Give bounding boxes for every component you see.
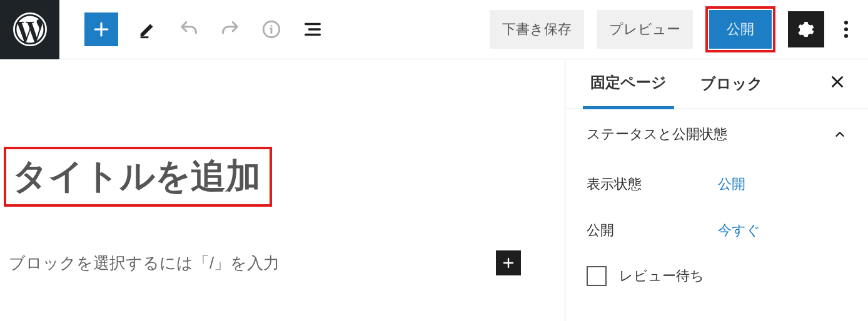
plus-icon: [91, 19, 112, 40]
add-block-toolbar-button[interactable]: [84, 12, 118, 46]
post-title-input[interactable]: タイトルを追加: [13, 153, 261, 200]
panel-status-body: 表示状態 公開 公開 今すぐ レビュー待ち: [565, 157, 868, 311]
block-placeholder-text[interactable]: ブロックを選択するには「/」を入力: [9, 252, 496, 274]
list-icon: [302, 19, 323, 40]
pending-review-row: レビュー待ち: [587, 254, 847, 299]
close-icon: [829, 74, 845, 90]
outline-button[interactable]: [301, 17, 325, 41]
publish-button-highlight: 公開: [705, 6, 775, 52]
publish-button[interactable]: 公開: [709, 10, 772, 49]
publish-label: 公開: [587, 221, 718, 240]
visibility-label: 表示状態: [587, 175, 718, 194]
kebab-icon: [844, 19, 849, 39]
visibility-row: 表示状態 公開: [587, 161, 847, 207]
preview-button[interactable]: プレビュー: [597, 10, 693, 49]
publish-row: 公開 今すぐ: [587, 207, 847, 254]
svg-point-4: [844, 34, 848, 38]
wordpress-logo[interactable]: [0, 0, 59, 59]
title-highlight: タイトルを追加: [4, 147, 272, 207]
add-block-inline-button[interactable]: [496, 250, 521, 275]
editor-canvas: タイトルを追加 ブロックを選択するには「/」を入力: [0, 59, 565, 321]
pending-review-label: レビュー待ち: [619, 267, 704, 285]
redo-icon: [220, 19, 241, 40]
pending-review-checkbox[interactable]: [587, 266, 607, 286]
top-toolbar: 下書き保存 プレビュー 公開: [0, 0, 868, 59]
panel-status-header[interactable]: ステータスと公開状態: [565, 108, 868, 157]
gear-icon: [796, 19, 816, 39]
toolbar-left-group: [59, 12, 325, 46]
pencil-icon: [137, 19, 158, 40]
plus-icon: [501, 255, 516, 270]
sidebar-tabs: 固定ページ ブロック: [565, 59, 868, 108]
save-draft-button[interactable]: 下書き保存: [490, 10, 584, 49]
block-prompt-row: ブロックを選択するには「/」を入力: [0, 250, 565, 275]
settings-sidebar: 固定ページ ブロック ステータスと公開状態 表示状態 公開 公開 今すぐ レビュ…: [565, 59, 868, 321]
chevron-up-icon: [833, 127, 847, 141]
visibility-value[interactable]: 公開: [718, 175, 745, 194]
tab-page[interactable]: 固定ページ: [583, 59, 674, 109]
tab-block[interactable]: ブロック: [693, 60, 770, 107]
edit-mode-button[interactable]: [136, 17, 159, 41]
close-sidebar-button[interactable]: [824, 68, 850, 99]
publish-value[interactable]: 今すぐ: [718, 221, 760, 240]
undo-icon: [178, 19, 199, 40]
settings-button[interactable]: [788, 11, 824, 47]
wordpress-icon: [13, 12, 48, 47]
main-area: タイトルを追加 ブロックを選択するには「/」を入力 固定ページ ブロック ステー…: [0, 59, 868, 321]
panel-status-title: ステータスと公開状態: [587, 125, 727, 144]
info-button[interactable]: [260, 17, 283, 41]
svg-point-3: [844, 27, 848, 31]
toolbar-right-group: 下書き保存 プレビュー 公開: [490, 6, 868, 52]
svg-point-2: [844, 21, 848, 24]
redo-button[interactable]: [218, 17, 242, 41]
undo-button[interactable]: [177, 17, 201, 41]
info-icon: [261, 19, 282, 40]
more-options-button[interactable]: [837, 11, 855, 47]
